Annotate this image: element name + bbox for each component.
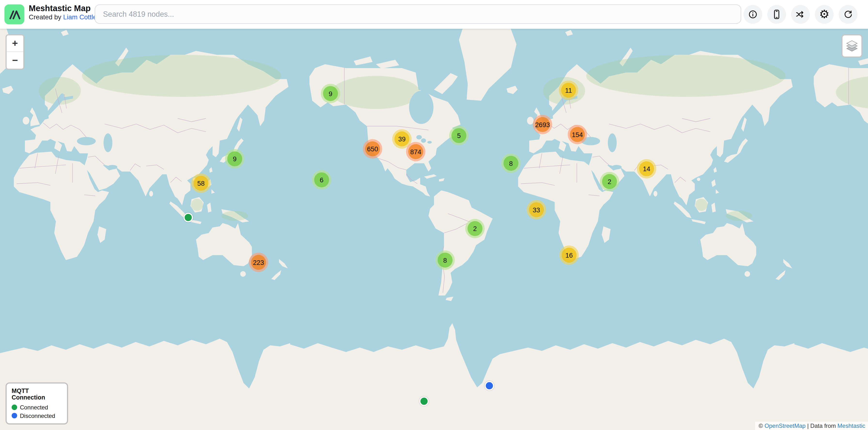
cluster-marker[interactable]: 154: [568, 125, 587, 144]
connected-node-marker[interactable]: [184, 213, 193, 222]
title-block: Meshtastic Map Created by Liam Cottle: [29, 3, 97, 22]
shuffle-icon: [795, 9, 806, 20]
zoom-in-button[interactable]: +: [6, 35, 23, 52]
osm-link[interactable]: OpenStreetMap: [765, 422, 806, 429]
attribution: © OpenStreetMap | Data from Meshtastic: [755, 422, 868, 430]
legend-item-label: Disconnected: [20, 412, 55, 419]
cluster-marker[interactable]: 223: [249, 253, 268, 272]
copyright-symbol: ©: [758, 422, 763, 429]
created-by-text: Created by: [29, 13, 61, 21]
subtitle: Created by Liam Cottle: [29, 14, 97, 22]
mountain-slashes-icon: [6, 6, 23, 23]
cluster-marker[interactable]: 11: [559, 80, 578, 100]
layers-icon: [844, 37, 860, 54]
map-canvas[interactable]: 939874650526931541182143316282235896 + −…: [0, 29, 868, 430]
author-link[interactable]: Liam Cottle: [63, 13, 97, 21]
toolbar: ⚙: [744, 5, 858, 24]
attribution-separator: | Data from: [806, 422, 837, 429]
cluster-marker[interactable]: 8: [501, 154, 521, 173]
cluster-marker[interactable]: 16: [559, 245, 579, 265]
mobile-app-button[interactable]: [767, 5, 786, 24]
meshtastic-link[interactable]: Meshtastic: [837, 422, 865, 429]
cluster-marker[interactable]: 2: [600, 172, 619, 191]
info-icon: [747, 9, 758, 20]
refresh-button[interactable]: [839, 5, 858, 24]
gear-icon: ⚙: [819, 8, 830, 20]
cluster-marker[interactable]: 874: [406, 142, 426, 161]
legend-item-disconnected: Disconnected: [11, 412, 62, 419]
legend-title: MQTT Connection: [11, 387, 62, 401]
app: 939874650526931541182143316282235896 + −…: [0, 0, 868, 430]
connected-node-marker[interactable]: [419, 397, 429, 406]
connected-dot-icon: [11, 405, 17, 410]
cluster-marker[interactable]: 5: [449, 126, 469, 145]
meshtastic-logo: [4, 4, 24, 24]
zoom-out-button[interactable]: −: [6, 52, 23, 69]
mobile-phone-icon: [771, 9, 782, 20]
mqtt-legend: MQTT Connection Connected Disconnected: [6, 382, 68, 424]
legend-item-connected: Connected: [11, 404, 62, 410]
cluster-marker[interactable]: 9: [225, 149, 244, 168]
cluster-marker[interactable]: 2: [465, 219, 485, 238]
cluster-marker[interactable]: 58: [191, 174, 211, 193]
layers-control[interactable]: [841, 34, 862, 58]
refresh-icon: [843, 9, 854, 20]
shuffle-button[interactable]: [791, 5, 810, 24]
settings-button[interactable]: ⚙: [815, 5, 834, 24]
cluster-marker[interactable]: 14: [637, 159, 656, 178]
cluster-marker[interactable]: 6: [312, 170, 331, 190]
cluster-marker[interactable]: 650: [363, 139, 382, 159]
info-button[interactable]: [744, 5, 763, 24]
cluster-marker[interactable]: 33: [527, 200, 546, 219]
header: Meshtastic Map Created by Liam Cottle: [0, 0, 868, 29]
search-input[interactable]: [95, 4, 741, 24]
world-map-tiles: [0, 29, 868, 430]
disconnected-dot-icon: [11, 413, 17, 418]
cluster-marker[interactable]: 8: [435, 250, 455, 270]
zoom-control: + −: [6, 34, 25, 70]
disconnected-node-marker[interactable]: [485, 381, 494, 391]
cluster-marker[interactable]: 2693: [533, 115, 552, 134]
page-title: Meshtastic Map: [29, 3, 97, 13]
legend-item-label: Connected: [20, 404, 48, 410]
cluster-marker[interactable]: 9: [321, 84, 340, 103]
